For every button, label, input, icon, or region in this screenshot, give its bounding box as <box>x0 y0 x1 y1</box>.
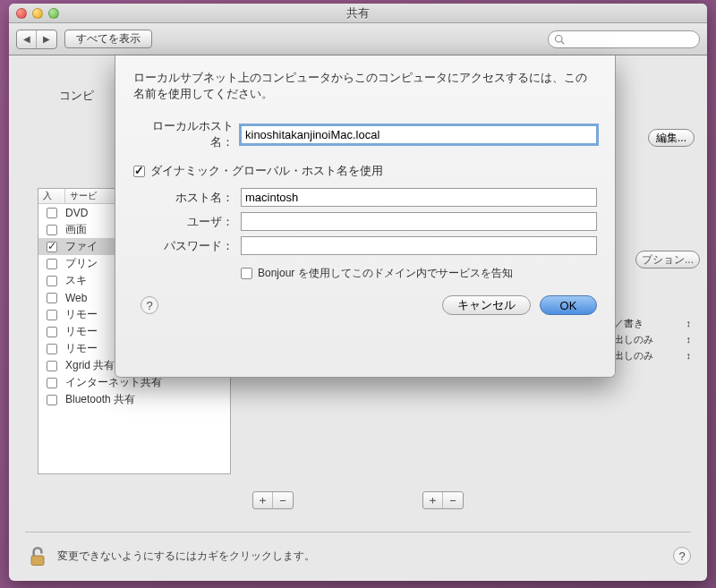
local-hostname-row: ローカルホスト名： <box>133 118 597 150</box>
service-checkbox[interactable] <box>47 259 57 269</box>
ok-button[interactable]: OK <box>540 295 597 315</box>
bonjour-checkbox-row[interactable]: Bonjour を使用してこのドメイン内でサービスを告知 <box>241 266 597 281</box>
cancel-button[interactable]: キャンセル <box>442 295 531 315</box>
hostname-row: ホスト名： <box>133 188 597 207</box>
dynamic-hostname-checkbox[interactable] <box>133 166 145 177</box>
user-input[interactable] <box>241 212 597 231</box>
sheet-button-row: ? キャンセル OK <box>133 295 597 315</box>
hostname-label: ホスト名： <box>133 190 241 206</box>
window-title: 共有 <box>9 5 707 21</box>
lock-row: 変更できないようにするにはカギをクリックします。 ? <box>25 532 691 568</box>
nav-buttons: ◀ ▶ <box>16 30 57 49</box>
hostname-sheet: ローカルサブネット上のコンピュータからこのコンピュータにアクセスするには、この名… <box>115 55 616 378</box>
service-checkbox[interactable] <box>47 242 57 252</box>
service-checkbox[interactable] <box>47 395 57 405</box>
plus-minus-left: ＋ − <box>252 491 294 509</box>
dynamic-hostname-checkbox-row[interactable]: ダイナミック・グローバル・ホスト名を使用 <box>133 163 597 179</box>
show-all-button[interactable]: すべてを表示 <box>64 30 152 48</box>
bonjour-label: Bonjour を使用してこのドメイン内でサービスを告知 <box>258 266 513 281</box>
permission-item[interactable]: ／書き↕ <box>614 315 691 331</box>
user-label: ユーザ： <box>133 214 241 230</box>
preferences-window: 共有 ◀ ▶ すべてを表示 コンピ 編集... 入 サービ DVD画面ファイプリ… <box>9 4 707 581</box>
remove-folder-button[interactable]: − <box>273 492 293 508</box>
permissions-column: ／書き↕出しのみ↕出しのみ↕ <box>614 315 691 363</box>
password-row: パスワード： <box>133 236 597 255</box>
computer-name-label: コンピ <box>59 88 94 104</box>
plus-minus-right: ＋ − <box>422 491 464 509</box>
titlebar: 共有 <box>9 4 707 23</box>
service-checkbox[interactable] <box>47 378 57 388</box>
add-folder-button[interactable]: ＋ <box>253 492 273 508</box>
bonjour-checkbox[interactable] <box>241 268 252 279</box>
service-checkbox[interactable] <box>47 293 57 303</box>
service-checkbox[interactable] <box>47 276 57 286</box>
forward-button[interactable]: ▶ <box>37 30 56 48</box>
remove-user-button[interactable]: − <box>443 492 463 508</box>
help-button-main[interactable]: ? <box>673 547 691 565</box>
service-row[interactable]: Bluetooth 共有 <box>38 391 230 408</box>
password-input[interactable] <box>241 236 597 255</box>
search-input[interactable] <box>548 30 700 48</box>
svg-line-1 <box>561 41 564 44</box>
service-checkbox[interactable] <box>47 225 57 235</box>
service-checkbox[interactable] <box>47 310 57 320</box>
service-checkbox[interactable] <box>47 327 57 337</box>
service-checkbox[interactable] <box>47 361 57 371</box>
hostname-input[interactable] <box>241 188 597 207</box>
search-icon <box>554 34 565 45</box>
add-user-button[interactable]: ＋ <box>423 492 443 508</box>
user-row: ユーザ： <box>133 212 597 231</box>
col-on: 入 <box>38 189 65 203</box>
local-hostname-input[interactable] <box>241 125 597 144</box>
service-checkbox[interactable] <box>47 208 57 218</box>
help-button-sheet[interactable]: ? <box>141 296 158 314</box>
back-button[interactable]: ◀ <box>17 30 37 48</box>
service-label: Bluetooth 共有 <box>65 392 230 407</box>
permission-item[interactable]: 出しのみ↕ <box>614 331 691 347</box>
options-button[interactable]: プション... <box>635 251 700 268</box>
permission-item[interactable]: 出しのみ↕ <box>614 347 691 363</box>
lock-text: 変更できないようにするにはカギをクリックします。 <box>57 549 315 564</box>
lock-icon[interactable] <box>25 543 50 568</box>
password-label: パスワード： <box>133 238 241 254</box>
local-hostname-label: ローカルホスト名： <box>133 118 241 150</box>
content-area: コンピ 編集... 入 サービ DVD画面ファイプリンスキWebリモーリモーリモ… <box>9 55 707 581</box>
svg-rect-2 <box>31 556 44 566</box>
toolbar: ◀ ▶ すべてを表示 <box>9 23 707 55</box>
service-checkbox[interactable] <box>47 344 57 354</box>
edit-button[interactable]: 編集... <box>648 129 695 147</box>
sheet-description: ローカルサブネット上のコンピュータからこのコンピュータにアクセスするには、この名… <box>133 70 597 102</box>
dynamic-hostname-label: ダイナミック・グローバル・ホスト名を使用 <box>150 163 383 179</box>
svg-point-0 <box>556 35 563 42</box>
